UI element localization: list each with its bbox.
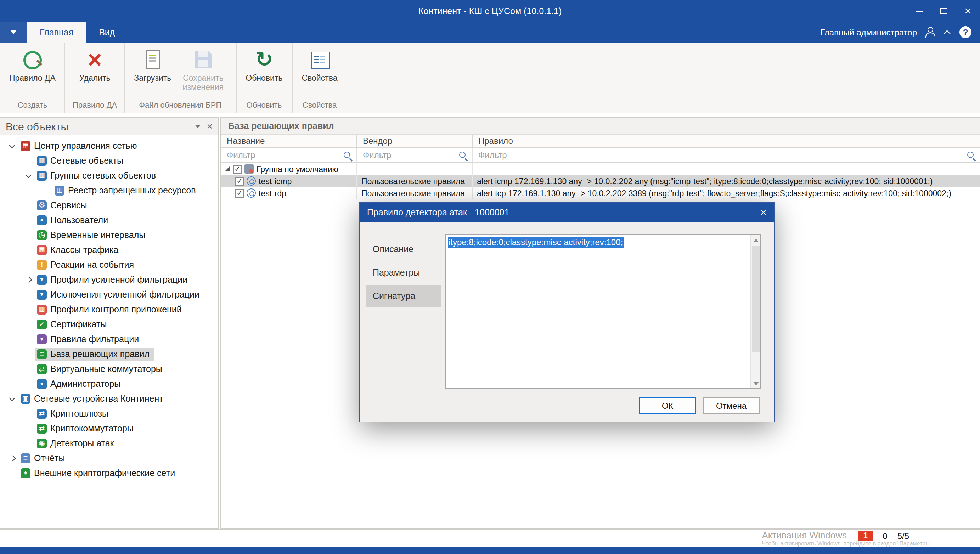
ribbon-tab[interactable]: Главная bbox=[27, 22, 86, 43]
tree-expander-icon[interactable] bbox=[25, 245, 33, 254]
row-checkbox[interactable] bbox=[235, 177, 244, 185]
tree-expander-icon[interactable] bbox=[25, 231, 33, 239]
filter-vendor-input[interactable]: Фильтр bbox=[357, 148, 473, 162]
continent-devices-icon bbox=[21, 393, 30, 403]
row-checkbox[interactable] bbox=[235, 189, 244, 197]
row-name-label: Группа по умолчанию bbox=[257, 165, 338, 173]
scrollbar-thumb[interactable] bbox=[752, 246, 760, 352]
tree-expander-icon[interactable] bbox=[8, 454, 17, 462]
search-icon[interactable] bbox=[343, 151, 353, 161]
dialog-tab[interactable]: Параметры bbox=[366, 261, 441, 283]
tree-expander-icon[interactable] bbox=[25, 379, 33, 388]
column-header-name[interactable]: Название bbox=[221, 135, 357, 147]
tree-item[interactable]: Группы сетевых объектов bbox=[0, 168, 218, 183]
cancel-button[interactable]: Отмена bbox=[703, 398, 760, 414]
tree-expander-icon[interactable] bbox=[25, 290, 33, 299]
tree-expander-icon[interactable] bbox=[25, 305, 33, 314]
close-button[interactable] bbox=[956, 0, 980, 22]
tree-item[interactable]: Временные интервалы bbox=[0, 228, 218, 242]
tree-item[interactable]: Детекторы атак bbox=[0, 436, 218, 451]
tree-expander-icon[interactable] bbox=[25, 171, 33, 180]
tree-expander-icon[interactable] bbox=[25, 409, 33, 418]
sidebar-close-icon[interactable] bbox=[207, 120, 213, 132]
row-expander-icon[interactable] bbox=[224, 166, 230, 172]
tree-item[interactable]: Реестр запрещенных ресурсов bbox=[0, 183, 218, 197]
scroll-down-arrow[interactable] bbox=[751, 378, 760, 388]
tree-item-label: Правила фильтрации bbox=[50, 334, 139, 344]
tree-item[interactable]: База решающих правил bbox=[0, 346, 218, 361]
windows-activation-watermark: Активация Windows Чтобы активировать Win… bbox=[762, 530, 848, 541]
titlebar-right-area: Главный администратор ? bbox=[820, 22, 980, 43]
tree-item[interactable]: Профили контроля приложений bbox=[0, 302, 218, 317]
vendor-cell: Пользовательские правила bbox=[357, 175, 473, 187]
ribbon-button[interactable]: Удалить bbox=[76, 47, 114, 85]
tree-item[interactable]: Профили усиленной фильтрации bbox=[0, 272, 218, 287]
ok-button[interactable]: ОК bbox=[639, 398, 696, 414]
help-button[interactable]: ? bbox=[959, 26, 972, 38]
table-row[interactable]: test-rdp Пользовательские правила alert … bbox=[221, 187, 980, 199]
tree-expander-icon[interactable] bbox=[25, 260, 33, 269]
tree-item[interactable]: Исключения усиленной фильтрации bbox=[0, 287, 218, 302]
bottom-accent-strip bbox=[0, 547, 980, 554]
table-row[interactable]: test-icmp Пользовательские правила alert… bbox=[221, 175, 980, 187]
dialog-close-button[interactable] bbox=[760, 206, 767, 218]
search-icon[interactable] bbox=[459, 151, 468, 161]
tree-item[interactable]: Администраторы bbox=[0, 376, 218, 391]
ribbon-button[interactable]: Правило ДА bbox=[6, 47, 59, 85]
tree-expander-icon[interactable] bbox=[25, 201, 33, 209]
tree-item-body: Исключения усиленной фильтрации bbox=[35, 288, 204, 301]
tree-item[interactable]: Правила фильтрации bbox=[0, 331, 218, 346]
tree-item[interactable]: Классы трафика bbox=[0, 242, 218, 257]
tree-item[interactable]: Реакции на события bbox=[0, 257, 218, 272]
tree-item[interactable]: Сетевые устройства Континент bbox=[0, 391, 218, 406]
tree-expander-icon[interactable] bbox=[25, 156, 33, 165]
ribbon-button[interactable]: Свойства bbox=[298, 47, 341, 85]
tree-expander-icon[interactable] bbox=[25, 275, 33, 284]
ribbon-button[interactable]: Загрузить bbox=[131, 47, 175, 85]
sidebar-dropdown-icon[interactable] bbox=[195, 124, 201, 128]
column-header-rule[interactable]: Правило bbox=[473, 135, 980, 147]
filter-name-input[interactable]: Фильтр bbox=[221, 148, 357, 162]
app-menu-button[interactable] bbox=[0, 22, 27, 43]
dialog-tab[interactable]: Сигнатура bbox=[366, 285, 441, 307]
tree-expander-icon[interactable] bbox=[25, 320, 33, 328]
tree-expander-icon[interactable] bbox=[8, 141, 17, 150]
signature-textarea[interactable]: itype:8;icode:0;classtype:misc-activity;… bbox=[445, 234, 761, 389]
maximize-button[interactable] bbox=[932, 0, 956, 22]
dialog-tab[interactable]: Описание bbox=[366, 238, 441, 260]
tree-item[interactable]: Сетевые объекты bbox=[0, 153, 218, 168]
tree-expander-icon[interactable] bbox=[25, 439, 33, 447]
minimize-button[interactable] bbox=[908, 0, 932, 22]
ribbon-button[interactable]: Обновить bbox=[242, 47, 286, 85]
person-icon[interactable] bbox=[925, 27, 935, 38]
tree-expander-icon[interactable] bbox=[8, 469, 17, 477]
tree-expander-icon[interactable] bbox=[25, 216, 33, 224]
tree-expander-icon[interactable] bbox=[8, 394, 17, 403]
tree-expander-icon[interactable] bbox=[25, 365, 33, 373]
tree-item[interactable]: Сервисы bbox=[0, 197, 218, 213]
tree-item[interactable]: Центр управления сетью bbox=[0, 138, 218, 153]
tree-item-label: Профили усиленной фильтрации bbox=[50, 274, 187, 285]
tree-item[interactable]: Внешние криптографические сети bbox=[0, 465, 218, 480]
row-checkbox[interactable] bbox=[233, 165, 242, 173]
tree-item[interactable]: Криптокоммутаторы bbox=[0, 421, 218, 436]
column-header-vendor[interactable]: Вендор bbox=[357, 135, 473, 147]
vertical-scrollbar[interactable] bbox=[751, 235, 760, 388]
tree-expander-icon[interactable] bbox=[25, 424, 33, 433]
ribbon-button[interactable]: Сохранить изменения bbox=[176, 47, 230, 95]
tree-item[interactable]: Пользователи bbox=[0, 213, 218, 228]
tree-item[interactable]: Криптошлюзы bbox=[0, 406, 218, 421]
tree-expander-icon[interactable] bbox=[25, 350, 33, 358]
ribbon-tab[interactable]: Вид bbox=[86, 22, 127, 43]
tree-item[interactable]: Сертификаты bbox=[0, 317, 218, 331]
tree-item[interactable]: Отчёты bbox=[0, 451, 218, 465]
ribbon-collapse-button[interactable] bbox=[943, 29, 952, 36]
tree-item-label: Сервисы bbox=[50, 200, 87, 210]
table-row[interactable]: Группа по умолчанию bbox=[221, 163, 980, 175]
search-icon[interactable] bbox=[967, 151, 977, 161]
tree-expander-icon[interactable] bbox=[43, 186, 51, 194]
scroll-up-arrow[interactable] bbox=[751, 235, 760, 245]
tree-item[interactable]: Виртуальные коммутаторы bbox=[0, 361, 218, 376]
filter-rule-input[interactable]: Фильтр bbox=[473, 148, 980, 162]
tree-expander-icon[interactable] bbox=[25, 335, 33, 343]
